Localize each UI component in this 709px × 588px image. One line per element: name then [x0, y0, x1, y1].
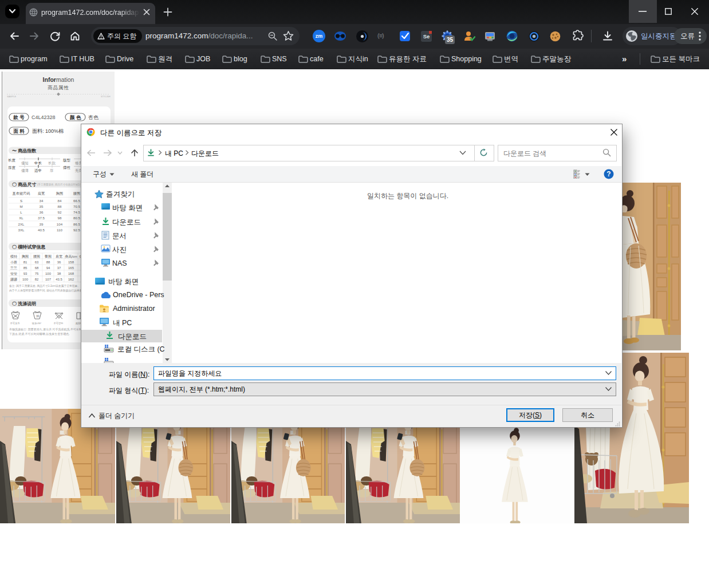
- svg-text:80.5: 80.5: [73, 216, 81, 220]
- svg-text:〇 模特试穿信息: 〇 模特试穿信息: [12, 244, 46, 250]
- svg-text:37: 37: [57, 266, 61, 270]
- svg-text:36: 36: [57, 261, 61, 264]
- svg-text:下温水,轻柔,不可长时间曝晒,以免发生变形褪色.: 下温水,轻柔,不可长时间曝晒,以免发生变形褪色.: [9, 332, 70, 336]
- svg-text:Information: Information: [43, 76, 74, 83]
- svg-text:肩宽: 肩宽: [56, 254, 62, 259]
- svg-text:Shopping: Shopping: [451, 55, 482, 63]
- svg-text:适中: 适中: [34, 168, 42, 172]
- svg-text:偏薄: 偏薄: [21, 168, 29, 173]
- svg-text:偏短: 偏短: [21, 161, 29, 165]
- svg-text:颜 色: 颜 色: [69, 115, 81, 120]
- svg-text:腰围: 腰围: [33, 255, 40, 259]
- svg-text:胸围: 胸围: [56, 191, 63, 196]
- svg-text:바탕 화면: 바탕 화면: [108, 278, 139, 286]
- svg-text:长度: 长度: [8, 158, 16, 163]
- svg-text:杏色: 杏色: [88, 115, 99, 120]
- svg-text:40.5: 40.5: [38, 228, 45, 232]
- svg-text:다운로드: 다운로드: [118, 333, 147, 341]
- svg-text:바탕 화면: 바탕 화면: [112, 204, 143, 212]
- svg-text:34: 34: [40, 199, 44, 203]
- svg-text:小雅: 小雅: [10, 261, 17, 265]
- svg-text:备注: 因手工测量误差, 商品尺寸1-2cm误差属于正常现象: 备注: 因手工测量误差, 商品尺寸1-2cm误差属于正常现象,: [9, 284, 78, 288]
- svg-text:直衣裙尺码: 直衣裙尺码: [13, 191, 30, 196]
- svg-text:兰兰: 兰兰: [10, 266, 17, 270]
- svg-text:S: S: [20, 199, 22, 203]
- svg-text:program: program: [21, 55, 48, 63]
- svg-text:blog: blog: [234, 55, 247, 63]
- svg-text:74.5: 74.5: [73, 210, 81, 214]
- svg-text:30: 30: [36, 314, 40, 318]
- svg-text:지식in: 지식in: [348, 55, 368, 63]
- svg-text:43.5: 43.5: [56, 278, 62, 281]
- svg-text:100: 100: [22, 278, 29, 281]
- svg-text:面料: 100%棉: 面料: 100%棉: [32, 128, 64, 134]
- svg-text:腰围: 腰围: [73, 191, 80, 196]
- svg-text:SNS: SNS: [272, 55, 287, 63]
- svg-text:35: 35: [40, 204, 44, 208]
- svg-text:Drive: Drive: [117, 55, 133, 63]
- svg-text:〇 商品尺寸: 〇 商品尺寸: [12, 181, 37, 187]
- svg-text:94: 94: [46, 266, 50, 270]
- svg-text:158: 158: [68, 261, 74, 264]
- svg-text:〜 商品指数: 〜 商品指数: [12, 148, 37, 153]
- svg-text:104: 104: [57, 222, 63, 226]
- svg-text:107: 107: [45, 278, 52, 281]
- svg-text:C4L42328: C4L42328: [31, 115, 56, 120]
- svg-text:주말농장: 주말농장: [542, 55, 572, 63]
- svg-text:身高/cm: 身高/cm: [65, 254, 77, 258]
- svg-text:문서: 문서: [112, 232, 127, 240]
- svg-text:M: M: [19, 204, 22, 208]
- svg-text:110: 110: [57, 228, 62, 232]
- svg-text:L: L: [20, 210, 22, 214]
- svg-text:63: 63: [35, 261, 39, 264]
- svg-text:165: 165: [68, 266, 74, 270]
- svg-text:弹性: 弹性: [63, 165, 71, 170]
- svg-text:商品属性: 商品属性: [48, 85, 69, 90]
- svg-text:원격: 원격: [158, 55, 172, 63]
- svg-text:NAS: NAS: [112, 259, 127, 267]
- svg-text:由于个人体型和穿着习惯不同, 请结合尺码表数据自行选择参考: 由于个人体型和穿着习惯不同, 请结合尺码表数据自行选择参考: [9, 289, 85, 293]
- svg-text:?: ?: [606, 170, 610, 178]
- svg-text:84: 84: [58, 199, 62, 203]
- svg-text:不可漂白: 不可漂白: [53, 322, 64, 325]
- svg-text:中长: 中长: [34, 161, 42, 165]
- svg-text:66.5: 66.5: [73, 199, 81, 203]
- svg-text:93: 93: [23, 272, 27, 275]
- svg-text:85: 85: [23, 266, 27, 270]
- svg-text:38: 38: [57, 272, 61, 275]
- svg-text:Administrator: Administrator: [113, 305, 155, 313]
- svg-text:IT HUB: IT HUB: [71, 55, 94, 63]
- svg-text:厚: 厚: [50, 168, 54, 172]
- svg-text:模特: 模特: [10, 255, 17, 259]
- svg-text:3XL: 3XL: [18, 228, 25, 232]
- svg-text:162: 162: [68, 278, 74, 281]
- svg-text:长款: 长款: [48, 161, 56, 165]
- svg-text:68: 68: [35, 266, 39, 270]
- svg-text:37.5: 37.5: [38, 216, 45, 220]
- svg-text:厚度: 厚度: [8, 165, 16, 170]
- svg-text:OneDrive - Pers: OneDrive - Pers: [113, 291, 164, 299]
- svg-text:로컬 디스크 (C: 로컬 디스크 (C: [117, 345, 165, 353]
- svg-text:모든 북마크: 모든 북마크: [662, 55, 700, 63]
- svg-text:81: 81: [23, 261, 27, 264]
- svg-text:STYLISH: STYLISH: [101, 95, 111, 98]
- svg-text:温水≤30°: 温水≤30°: [31, 322, 41, 325]
- svg-text:82: 82: [35, 278, 39, 281]
- svg-text:不可水洗: 不可水洗: [10, 322, 21, 325]
- svg-text:JOB: JOB: [196, 55, 210, 63]
- svg-text:肩宽: 肩宽: [38, 191, 45, 196]
- svg-text:»: »: [622, 54, 627, 64]
- svg-text:92: 92: [58, 210, 62, 214]
- svg-text:즐겨찾기: 즐겨찾기: [106, 190, 135, 198]
- svg-text:사진: 사진: [112, 246, 127, 254]
- svg-text:내 PC: 내 PC: [113, 319, 132, 327]
- svg-text:86.5: 86.5: [73, 222, 81, 226]
- svg-text:100: 100: [45, 272, 52, 275]
- svg-text:번역: 번역: [504, 55, 518, 63]
- svg-text:88: 88: [46, 261, 50, 264]
- svg-text:98: 98: [58, 216, 62, 220]
- svg-text:168: 168: [68, 272, 74, 275]
- svg-text:胸围: 胸围: [22, 254, 29, 259]
- svg-text:版型: 版型: [63, 158, 71, 163]
- svg-text:款 号: 款 号: [13, 115, 25, 120]
